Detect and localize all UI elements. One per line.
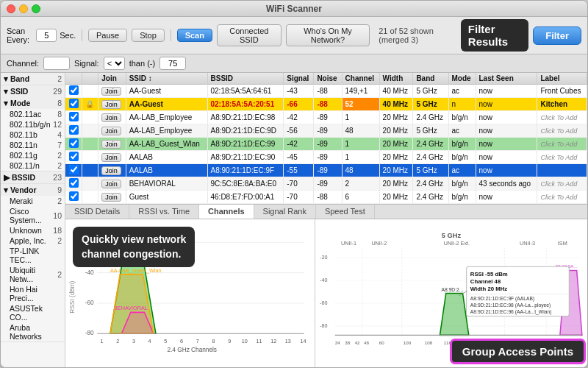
tab-signal-rank[interactable]: Signal Rank — [254, 205, 316, 219]
join-button[interactable]: Join — [101, 166, 121, 175]
noise-cell: -88 — [314, 98, 342, 111]
sidebar-item-80211ac[interactable]: 802.11ac 8 — [1, 109, 65, 119]
separator-1 — [82, 29, 82, 41]
sidebar-item-80211b[interactable]: 802.11b 4 — [1, 130, 65, 140]
sidebar-item-asus[interactable]: ASUSTek CO... — [1, 303, 65, 322]
row-checkbox[interactable] — [69, 138, 79, 148]
filter-button[interactable]: Filter — [533, 26, 581, 45]
threshold-input[interactable] — [159, 57, 186, 70]
mode-cell: b/g/n — [448, 191, 476, 204]
maximize-button[interactable] — [32, 4, 40, 13]
item-label: 802.11b/g/n — [10, 120, 50, 129]
row-checkbox[interactable] — [69, 99, 79, 108]
join-button[interactable]: Join — [101, 100, 121, 109]
sidebar-item-apple[interactable]: Apple, Inc. 2 — [1, 236, 65, 246]
sidebar-item-80211an[interactable]: 802.11/n 2 — [1, 160, 65, 171]
sidebar-item-aruba[interactable]: Aruba Networks — [1, 322, 65, 342]
noise-cell: -89 — [314, 151, 342, 164]
svg-text:38: 38 — [345, 340, 350, 345]
bssid-cell: 02:18:5A:5A:20:51 — [207, 98, 284, 111]
join-button[interactable]: Join — [101, 180, 121, 188]
width-cell: 20 MHz — [379, 164, 413, 177]
sidebar-item-honhai[interactable]: Hon Hai Preci... — [1, 284, 65, 303]
signal-cell: -43 — [284, 85, 314, 98]
join-button[interactable]: Join — [101, 153, 121, 162]
item-label: ASUSTek CO... — [10, 304, 62, 322]
join-button[interactable]: Join — [101, 87, 121, 96]
item-count: 12 — [53, 120, 62, 129]
row-checkbox[interactable] — [69, 191, 79, 201]
sidebar-item-tplink[interactable]: TP-LINK TEC... — [1, 246, 65, 265]
svg-text:-60: -60 — [320, 300, 327, 306]
row-checkbox[interactable] — [69, 152, 79, 161]
table-row: Join AA-LAB_Employee A8:9D:21:1D:EC:98 -… — [65, 111, 587, 124]
width-cell: 20 MHz — [379, 138, 413, 151]
sidebar-item-cisco[interactable]: Cisco System... 10 — [1, 206, 65, 225]
minimize-button[interactable] — [19, 4, 28, 13]
sidebar-item-ubiquiti[interactable]: Ubiquiti Netw... 2 — [1, 265, 65, 284]
sidebar-mode-label: ▾ Mode — [4, 99, 30, 107]
sidebar-item-80211n[interactable]: 802.11n 7 — [1, 140, 65, 150]
row-checkbox[interactable] — [69, 85, 79, 95]
close-button[interactable] — [7, 4, 15, 13]
noise-cell: -89 — [314, 124, 342, 138]
tab-rssi-time[interactable]: RSSI vs. Time — [129, 205, 199, 219]
sidebar-header-ssid[interactable]: ▾ SSID 29 — [1, 85, 65, 97]
item-label: Apple, Inc. — [10, 236, 46, 245]
row-checkbox[interactable] — [69, 178, 79, 188]
sidebar-group-vendor: ▾ Vendor 9 Meraki 2 Cisco System... 10 U… — [1, 184, 65, 342]
stop-button[interactable]: Stop — [132, 29, 165, 42]
sidebar-header-vendor[interactable]: ▾ Vendor 9 — [1, 184, 65, 196]
item-label: 802.11ac — [10, 110, 41, 118]
sidebar-bssid-count: 23 — [53, 173, 62, 182]
item-label: 802.11b — [10, 130, 37, 139]
sidebar-header-bssid[interactable]: ▶ BSSID 23 — [1, 171, 65, 183]
sidebar-vendor-count: 9 — [57, 185, 62, 194]
join-button[interactable]: Join — [101, 113, 121, 122]
item-label: Hon Hai Preci... — [10, 285, 62, 302]
join-button[interactable]: Join — [101, 193, 121, 202]
tab-channels[interactable]: Channels — [199, 205, 254, 219]
row-checkbox[interactable] — [69, 125, 79, 135]
sidebar-item-unknown[interactable]: Unknown 18 — [1, 225, 65, 236]
sidebar-group-band: ▾ Band 2 — [1, 73, 65, 85]
lock-cell — [82, 124, 98, 138]
sidebar-band-count: 2 — [57, 74, 62, 83]
label-cell: Click To Add — [537, 111, 587, 124]
sidebar-item-80211bgn[interactable]: 802.11b/g/n 12 — [1, 119, 65, 130]
signal-select[interactable]: < > — [104, 57, 125, 70]
sidebar-header-mode[interactable]: ▾ Mode 8 — [1, 97, 65, 109]
item-count: 8 — [57, 110, 62, 118]
scan-button[interactable]: Scan — [177, 29, 212, 42]
bssid-cell: 02:18:5A:5A:64:61 — [207, 85, 284, 98]
bssid-cell: A8:9D:21:1D:EC:98 — [207, 111, 284, 124]
svg-text:UNII-1: UNII-1 — [341, 240, 356, 247]
svg-text:6: 6 — [180, 338, 183, 344]
svg-text:2.4 GHz Channels: 2.4 GHz Channels — [167, 347, 217, 353]
ssid-cell: AA-LAB_Employee — [126, 111, 207, 124]
scan-every-input[interactable] — [36, 29, 57, 42]
row-checkbox[interactable] — [69, 112, 79, 121]
item-count: 18 — [53, 226, 62, 235]
sidebar-item-meraki[interactable]: Meraki 2 — [1, 196, 65, 206]
pause-button[interactable]: Pause — [88, 29, 127, 42]
join-button[interactable]: Join — [101, 127, 121, 135]
width-cell: 20 MHz — [379, 124, 413, 138]
row-checkbox[interactable] — [69, 165, 79, 174]
scan-every-group: Scan Every: Sec. — [7, 26, 76, 44]
tab-ssid-details[interactable]: SSID Details — [65, 205, 129, 219]
svg-text:11: 11 — [256, 338, 262, 344]
signal-cell: -42 — [284, 111, 314, 124]
channel-input[interactable] — [43, 57, 70, 70]
main-content: ▾ Band 2 ▾ SSID 29 ▾ Mode 8 802.11ac 8 — [1, 73, 587, 367]
svg-text:100: 100 — [404, 340, 412, 345]
whos-on-button[interactable]: Who's On My Network? — [286, 24, 370, 46]
connected-ssid-button[interactable]: Connected SSID — [217, 24, 282, 46]
tab-speed-test[interactable]: Speed Test — [316, 205, 375, 219]
channel-cell: 6 — [342, 191, 379, 204]
sidebar-item-80211g[interactable]: 802.11g 2 — [1, 150, 65, 160]
join-button[interactable]: Join — [101, 140, 121, 149]
sidebar-group-bssid: ▶ BSSID 23 — [1, 171, 65, 184]
col-band: Band — [413, 73, 448, 85]
sidebar-header-band[interactable]: ▾ Band 2 — [1, 73, 65, 85]
